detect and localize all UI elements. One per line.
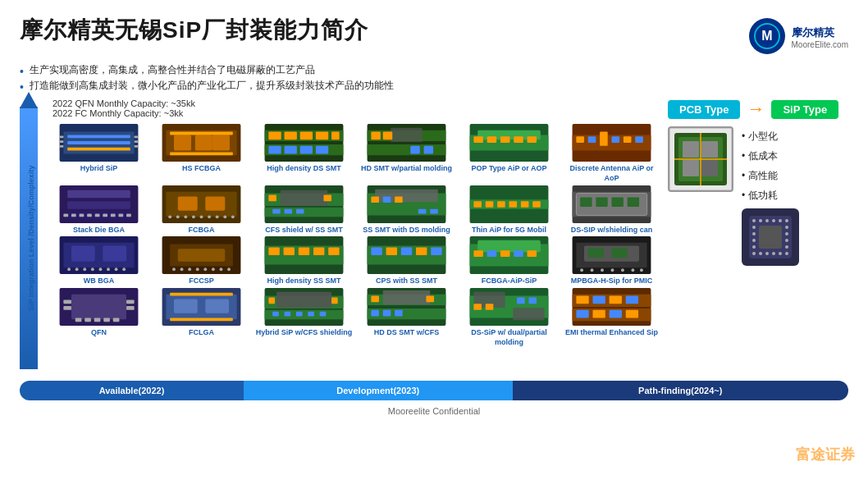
svg-rect-105	[521, 201, 529, 208]
svg-rect-57	[67, 190, 130, 199]
chip-thin-aip-img	[459, 185, 559, 223]
chip-pop-type-img	[459, 124, 559, 162]
svg-rect-110	[580, 197, 592, 207]
sip-chip-svg	[744, 211, 797, 263]
qfn-capacity: 2022 QFN Monthly Capacity: ~35kk	[53, 98, 661, 108]
chip-hd-smt-partial-label: HD SMT w/partial molding	[361, 164, 452, 174]
svg-rect-191	[276, 292, 331, 308]
svg-rect-195	[285, 312, 291, 317]
chip-mpbga-img	[562, 236, 661, 274]
svg-rect-85	[281, 190, 328, 206]
svg-rect-207	[395, 310, 403, 317]
chip-cfs-shield-label: CFS shield w/ SS SMT	[265, 226, 343, 235]
chip-row-4: QFN FCLGA	[49, 288, 661, 347]
chip-hd-ds-cfs: HD DS SMT w/CFS	[357, 288, 456, 347]
type-badges: PCB Type → SiP Type	[668, 98, 848, 120]
chip-wb-bga-label: WB BGA	[84, 276, 115, 286]
chip-fccsp: FCCSP	[152, 236, 251, 286]
chip-qfn-label: QFN	[91, 328, 107, 338]
svg-rect-38	[410, 146, 420, 154]
svg-rect-25	[300, 132, 313, 140]
svg-rect-177	[75, 318, 82, 322]
svg-rect-54	[624, 137, 632, 144]
chip-cps-ss-smt-img	[357, 236, 456, 274]
svg-rect-197	[308, 312, 314, 317]
logo-url: MooreElite.com	[792, 40, 848, 49]
svg-rect-178	[85, 318, 91, 322]
chip-ds-sip-dual-img	[459, 288, 559, 326]
svg-rect-172	[71, 295, 126, 320]
sip-feature-2: 低成本	[748, 150, 778, 162]
svg-rect-196	[296, 312, 303, 317]
pcb-svg	[670, 129, 731, 190]
svg-rect-8	[60, 141, 64, 144]
svg-rect-87	[323, 194, 331, 201]
chip-ds-sip-shield-label: DS-SIP w/shielding can	[571, 226, 652, 235]
timeline-available: Available(2022)	[20, 381, 244, 400]
chip-fccsp-label: FCCSP	[189, 276, 214, 286]
chip-hybrid-cfs: Hybrid SiP w/CFS shielding	[254, 288, 354, 347]
svg-rect-44	[487, 137, 497, 144]
main-container: 摩尔精英无锡SiP厂封装能力简介 M 摩尔精英 MooreElite.com 生…	[0, 0, 868, 489]
chip-row-3: WB BGA	[49, 236, 661, 286]
type-content: • 小型化 • 低成本 • 高性能 • 低功耗	[668, 126, 848, 266]
svg-rect-53	[612, 137, 620, 144]
chip-fcbga-label: FCBGA	[189, 226, 215, 235]
svg-point-135	[220, 268, 223, 272]
svg-rect-55	[635, 137, 643, 144]
svg-rect-194	[272, 312, 279, 317]
sip-feature-3: 高性能	[748, 170, 778, 181]
svg-rect-142	[313, 248, 324, 256]
svg-point-80	[223, 215, 226, 218]
chip-fccsp-img	[152, 236, 251, 274]
svg-rect-94	[371, 196, 379, 203]
chip-ds-sip-shield-img	[562, 185, 661, 223]
sip-feature-1: 小型化	[748, 130, 778, 142]
chip-hybrid-sip-img	[49, 124, 148, 162]
chip-stack-die-label: Stack Die BGA	[73, 226, 125, 235]
chip-hd-ds-cfs-label: HD DS SMT w/CFS	[374, 328, 440, 338]
svg-point-119	[75, 268, 79, 272]
svg-rect-24	[285, 132, 297, 140]
svg-rect-111	[596, 197, 607, 207]
chip-thin-aip: Thin AiP for 5G Mobil	[459, 185, 559, 235]
chip-thin-aip-label: Thin AiP for 5G Mobil	[472, 226, 546, 235]
timeline-bar: Available(2022) Development(2023) Path-f…	[20, 381, 848, 400]
svg-rect-37	[383, 132, 393, 140]
pcb-image	[668, 126, 733, 192]
svg-rect-95	[383, 196, 391, 203]
svg-point-241	[772, 252, 775, 255]
main-title: 摩尔精英无锡SiP厂封装能力简介	[20, 15, 368, 46]
svg-point-253	[752, 245, 756, 249]
svg-rect-143	[328, 248, 339, 256]
chip-stack-die-bga: Stack Die BGA	[49, 185, 148, 235]
svg-point-120	[83, 268, 86, 272]
svg-rect-10	[135, 136, 139, 139]
svg-rect-15	[174, 135, 191, 151]
svg-point-255	[785, 232, 788, 235]
svg-rect-61	[71, 213, 76, 217]
arrow-label: SiP Integration Level /Density/Complexit…	[20, 107, 43, 369]
chip-ss-smt-ds-img	[357, 185, 456, 223]
bullet-1: 生产实现高密度，高集成，高整合性并结合了电磁屏蔽的工艺产品	[20, 62, 848, 78]
logo-name: 摩尔精英	[792, 25, 848, 40]
chip-row-2: Stack Die BGA	[49, 185, 661, 235]
svg-point-123	[107, 268, 110, 272]
logo-icon: M	[749, 18, 785, 54]
svg-point-247	[772, 219, 775, 222]
svg-rect-17	[212, 135, 230, 151]
svg-point-256	[785, 239, 788, 242]
svg-point-121	[91, 268, 94, 272]
svg-point-251	[752, 232, 756, 235]
svg-rect-154	[473, 251, 483, 258]
svg-rect-39	[424, 146, 434, 154]
svg-rect-36	[371, 132, 381, 140]
svg-rect-187	[170, 318, 233, 322]
chip-emi-thermal-img	[562, 288, 661, 326]
svg-rect-174	[63, 306, 71, 310]
svg-rect-163	[612, 249, 628, 258]
svg-rect-65	[103, 213, 107, 217]
pcb-type-badge: PCB Type	[668, 100, 740, 119]
chip-hd-ds-smt: High density DS SMT	[254, 124, 354, 183]
chip-hs-fcbga-label: HS FCBGA	[182, 164, 221, 174]
